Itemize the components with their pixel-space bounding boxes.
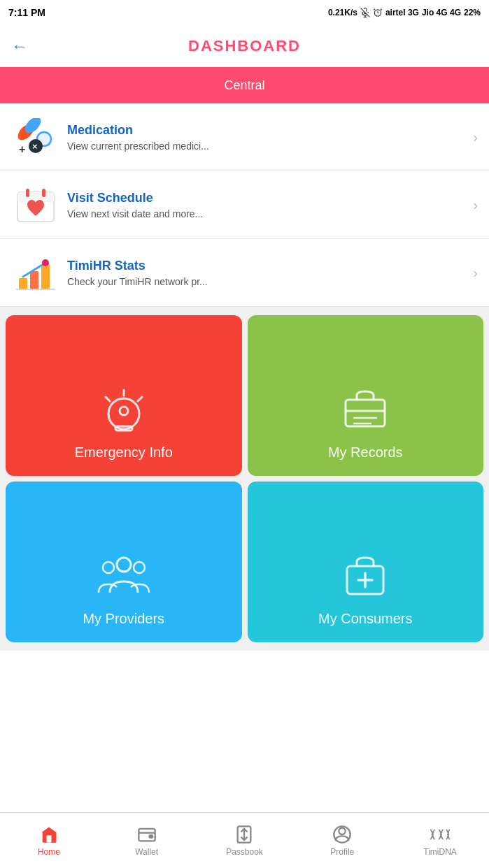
timihr-stats-arrow-icon: ›: [473, 265, 478, 281]
visit-schedule-arrow-icon: ›: [473, 197, 478, 213]
central-banner: Central: [0, 67, 489, 103]
network-speed: 0.21K/s: [328, 8, 357, 17]
wallet-icon: [137, 825, 157, 844]
menu-item-timihr-stats[interactable]: TimiHR Stats Check your TimiHR network p…: [0, 239, 489, 307]
timihr-stats-desc: Check your TimiHR network pr...: [67, 276, 473, 287]
svg-rect-17: [19, 278, 27, 289]
providers-icon: [96, 547, 152, 602]
svg-rect-19: [41, 264, 50, 289]
menu-item-visit-schedule[interactable]: Visit Schedule View next visit date and …: [0, 171, 489, 239]
svg-point-34: [134, 562, 145, 573]
grid-section: Emergency Info My Records: [0, 307, 489, 651]
carrier2: Jio 4G 4G: [422, 8, 461, 17]
my-providers-label: My Providers: [83, 611, 164, 627]
medication-icon: + ×: [13, 118, 58, 156]
status-time: 7:11 PM: [8, 7, 45, 18]
medication-desc: View current prescribed medici...: [67, 140, 473, 152]
svg-text:+: +: [19, 143, 25, 155]
nav-label-passbook: Passbook: [226, 847, 263, 857]
bottom-nav: Home Wallet Passbook Profile: [0, 812, 489, 868]
svg-line-47: [432, 837, 434, 837]
svg-rect-15: [26, 189, 29, 197]
visit-schedule-text: Visit Schedule View next visit date and …: [60, 191, 473, 219]
svg-rect-16: [42, 189, 45, 197]
svg-text:×: ×: [32, 141, 38, 152]
nav-item-home[interactable]: Home: [0, 813, 98, 868]
mute-icon: [360, 8, 370, 17]
visit-schedule-desc: View next visit date and more...: [67, 208, 473, 219]
svg-line-27: [138, 397, 142, 401]
nav-label-home: Home: [38, 847, 60, 857]
svg-point-22: [108, 398, 139, 429]
nav-item-profile[interactable]: Profile: [293, 813, 391, 868]
visit-schedule-icon: [13, 185, 58, 224]
consumers-svg: [337, 547, 393, 602]
passbook-icon: [234, 825, 254, 844]
home-icon: [39, 825, 59, 844]
svg-line-26: [106, 397, 110, 401]
visit-schedule-icon-wrap: [11, 184, 60, 226]
alarm-icon: [373, 8, 383, 17]
back-button[interactable]: ←: [11, 36, 28, 56]
svg-line-45: [432, 832, 434, 832]
page-title: DASHBOARD: [188, 37, 301, 55]
my-consumers-label: My Consumers: [318, 611, 412, 627]
medication-icon-wrap: + ×: [11, 116, 60, 158]
visit-schedule-title: Visit Schedule: [67, 191, 473, 205]
timihr-stats-title: TimiHR Stats: [67, 259, 473, 273]
menu-list: + × Medication View current prescribed m…: [0, 103, 489, 307]
my-records-button[interactable]: My Records: [248, 315, 484, 476]
battery: 22%: [464, 8, 481, 17]
profile-icon: [332, 825, 352, 844]
svg-rect-18: [30, 271, 38, 289]
svg-point-43: [339, 827, 346, 834]
medication-title: Medication: [67, 123, 473, 138]
menu-item-medication[interactable]: + × Medication View current prescribed m…: [0, 103, 489, 171]
my-consumers-button[interactable]: My Consumers: [248, 482, 484, 642]
records-icon: [337, 380, 393, 436]
carrier1: airtel 3G: [385, 8, 419, 17]
svg-rect-14: [17, 192, 54, 202]
emergency-info-label: Emergency Info: [75, 444, 173, 461]
svg-line-50: [440, 837, 442, 837]
medication-text: Medication View current prescribed medic…: [60, 123, 473, 152]
consumers-icon: [337, 547, 393, 602]
svg-point-20: [42, 259, 49, 266]
nav-item-timidna[interactable]: TimiDNA: [391, 813, 489, 868]
timihr-stats-icon: [13, 253, 58, 292]
svg-line-53: [447, 837, 449, 837]
nav-label-wallet: Wallet: [135, 847, 158, 857]
emergency-svg: [96, 380, 152, 436]
svg-point-32: [117, 558, 131, 572]
svg-rect-40: [149, 835, 153, 838]
records-svg: [337, 380, 393, 436]
emergency-icon: [96, 380, 152, 436]
central-banner-text: Central: [224, 78, 264, 93]
timihr-stats-text: TimiHR Stats Check your TimiHR network p…: [60, 259, 473, 287]
status-bar: 7:11 PM 0.21K/s airtel 3G Jio 4G 4G 22%: [0, 0, 489, 25]
svg-point-33: [103, 562, 114, 573]
svg-point-24: [120, 407, 128, 415]
nav-label-timidna: TimiDNA: [423, 847, 457, 857]
status-right: 0.21K/s airtel 3G Jio 4G 4G 22%: [328, 8, 481, 17]
svg-rect-28: [346, 400, 385, 426]
nav-item-wallet[interactable]: Wallet: [98, 813, 196, 868]
nav-item-passbook[interactable]: Passbook: [196, 813, 294, 868]
emergency-info-button[interactable]: Emergency Info: [6, 315, 242, 476]
medication-arrow-icon: ›: [473, 129, 478, 145]
timidna-icon: [429, 825, 451, 844]
my-records-label: My Records: [328, 444, 403, 461]
svg-line-51: [447, 832, 449, 832]
my-providers-button[interactable]: My Providers: [6, 482, 242, 642]
header: ← DASHBOARD: [0, 25, 489, 67]
timihr-stats-icon-wrap: [11, 252, 60, 294]
nav-label-profile: Profile: [330, 847, 354, 857]
providers-svg: [96, 547, 152, 602]
svg-line-48: [440, 832, 442, 832]
svg-rect-38: [46, 835, 51, 843]
